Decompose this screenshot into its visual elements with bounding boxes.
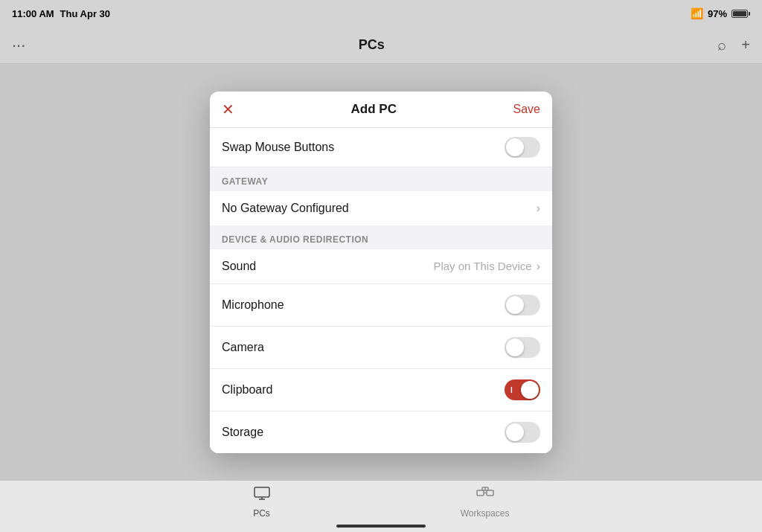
- storage-toggle[interactable]: [505, 422, 540, 443]
- clipboard-label: Clipboard: [222, 383, 272, 397]
- search-icon[interactable]: ⌕: [717, 36, 726, 54]
- workspaces-tab-icon: [476, 487, 494, 506]
- swap-mouse-label: Swap Mouse Buttons: [222, 141, 334, 154]
- status-date: Thu Apr 30: [60, 8, 110, 19]
- gateway-group: No Gateway Configured ›: [210, 191, 552, 225]
- status-left: 11:00 AM Thu Apr 30: [12, 8, 110, 19]
- microphone-label: Microphone: [222, 298, 284, 312]
- device-audio-section-header: DEVICE & AUDIO REDIRECTION: [210, 225, 552, 249]
- modal-body: Swap Mouse Buttons GATEWAY No Gateway Co…: [210, 128, 552, 453]
- status-time: 11:00 AM: [12, 8, 54, 19]
- home-indicator: [336, 525, 426, 528]
- nav-title: PCs: [359, 37, 385, 53]
- modal-overlay: ✕ Add PC Save Swap Mouse Buttons GATEWAY…: [0, 64, 762, 480]
- camera-row: Camera: [210, 327, 552, 369]
- toggle-knob: [506, 339, 524, 356]
- sound-row[interactable]: Sound Play on This Device ›: [210, 249, 552, 284]
- toggle-on-label: I: [510, 385, 513, 394]
- svg-rect-0: [254, 487, 269, 497]
- tab-pcs[interactable]: PCs: [253, 487, 271, 519]
- modal-header: ✕ Add PC Save: [210, 92, 552, 128]
- gateway-label: No Gateway Configured: [222, 202, 349, 215]
- nav-right: ⌕ +: [717, 36, 750, 54]
- wifi-icon: 📶: [691, 7, 703, 19]
- camera-label: Camera: [222, 341, 264, 354]
- microphone-toggle[interactable]: [505, 295, 540, 315]
- sound-label: Sound: [222, 260, 256, 273]
- nav-dots[interactable]: ···: [12, 36, 25, 55]
- microphone-row: Microphone: [210, 284, 552, 327]
- sound-right: Play on This Device ›: [433, 260, 540, 273]
- add-pc-modal: ✕ Add PC Save Swap Mouse Buttons GATEWAY…: [210, 92, 552, 453]
- status-bar: 11:00 AM Thu Apr 30 📶 97%: [0, 0, 762, 27]
- device-audio-group: Sound Play on This Device › Microphone C…: [210, 249, 552, 453]
- battery-percent: 97%: [708, 8, 727, 19]
- close-button[interactable]: ✕: [222, 102, 234, 117]
- swap-mouse-row: Swap Mouse Buttons: [210, 128, 552, 167]
- gateway-row[interactable]: No Gateway Configured ›: [210, 191, 552, 225]
- svg-rect-4: [487, 490, 493, 496]
- chevron-right-icon: ›: [537, 260, 540, 273]
- add-icon[interactable]: +: [741, 36, 750, 54]
- clipboard-row: Clipboard I: [210, 369, 552, 411]
- gateway-right: ›: [537, 202, 540, 215]
- toggle-knob: [506, 423, 524, 441]
- workspaces-tab-label: Workspaces: [461, 508, 510, 519]
- toggle-knob: [521, 381, 539, 399]
- toggle-knob: [506, 138, 524, 156]
- chevron-right-icon: ›: [537, 202, 540, 215]
- gateway-section-header: GATEWAY: [210, 167, 552, 191]
- camera-toggle[interactable]: [505, 337, 540, 358]
- clipboard-toggle[interactable]: I: [505, 379, 540, 400]
- swap-mouse-toggle[interactable]: [505, 137, 540, 158]
- battery-icon: [731, 10, 750, 18]
- storage-row: Storage: [210, 411, 552, 453]
- save-button[interactable]: Save: [513, 103, 540, 116]
- tab-bar-inner: PCs Workspaces: [158, 487, 604, 519]
- status-right: 📶 97%: [691, 7, 750, 19]
- pcs-tab-icon: [253, 487, 271, 506]
- toggle-knob: [506, 296, 524, 314]
- sound-value: Play on This Device: [433, 260, 531, 272]
- pcs-tab-label: PCs: [253, 508, 270, 519]
- svg-rect-3: [477, 490, 484, 496]
- nav-bar: ··· PCs ⌕ +: [0, 27, 762, 64]
- tab-workspaces[interactable]: Workspaces: [461, 487, 510, 519]
- storage-label: Storage: [222, 426, 263, 439]
- modal-title: Add PC: [351, 102, 397, 117]
